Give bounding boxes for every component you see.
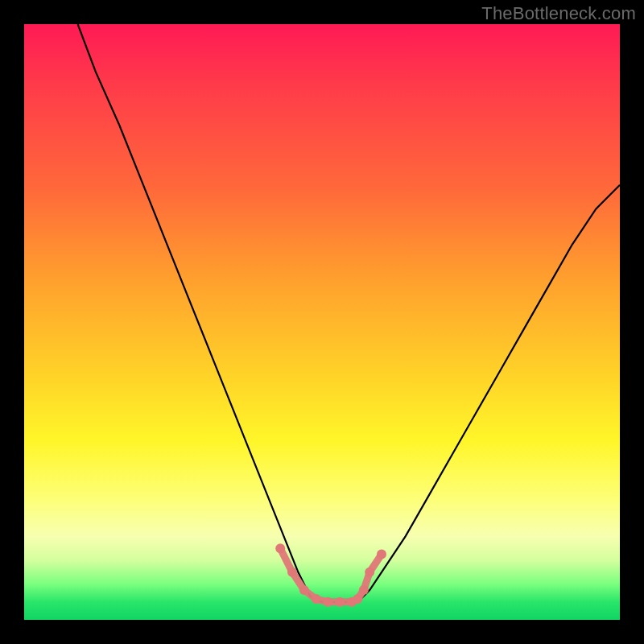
chart-frame: TheBottleneck.com — [0, 0, 644, 644]
marker-dot — [377, 550, 386, 559]
marker-dot — [312, 594, 321, 604]
marker-dot — [365, 568, 374, 577]
plot-area — [24, 24, 620, 620]
marker-dot — [359, 585, 369, 595]
curve-layer — [78, 24, 620, 602]
marker-dot — [323, 597, 332, 607]
marker-layer — [275, 543, 386, 607]
marker-dot — [299, 585, 309, 595]
bottleneck-curve — [78, 24, 620, 602]
marker-dot — [275, 543, 285, 553]
marker-dot — [353, 594, 362, 604]
marker-dot — [287, 568, 297, 577]
chart-svg — [24, 24, 620, 620]
marker-dot — [335, 597, 345, 607]
watermark-text: TheBottleneck.com — [481, 3, 636, 24]
